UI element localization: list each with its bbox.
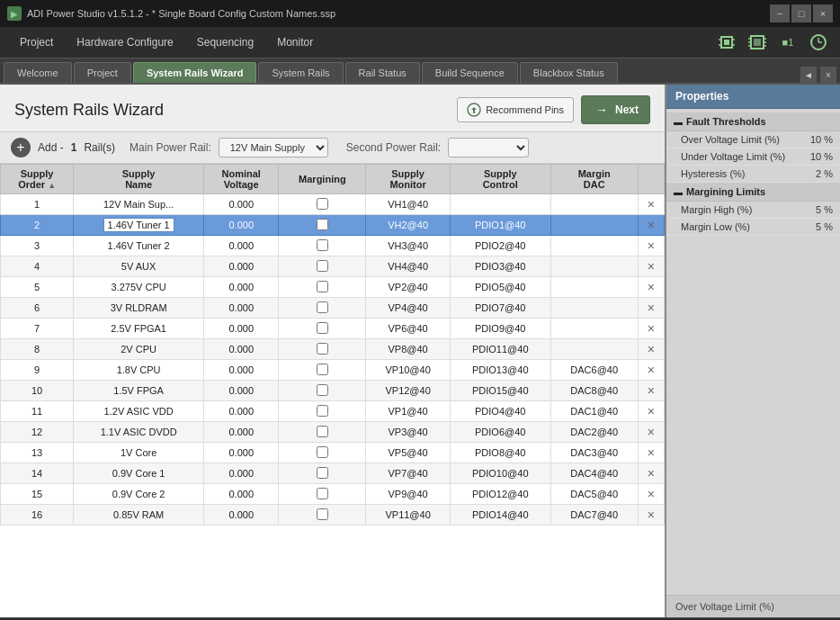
- margining-checkbox[interactable]: [317, 260, 328, 272]
- delete-row-button[interactable]: ×: [644, 259, 658, 274]
- tab-project[interactable]: Project: [74, 62, 131, 83]
- cell-delete[interactable]: ×: [638, 298, 664, 319]
- cell-margining[interactable]: [279, 215, 366, 236]
- table-row[interactable]: 4 5V AUX 0.000 VH4@40 PDIO3@40 ×: [1, 256, 665, 277]
- table-row[interactable]: 16 0.85V RAM 0.000 VP11@40 PDIO14@40 DAC…: [1, 505, 665, 526]
- delete-row-button[interactable]: ×: [644, 321, 658, 336]
- cell-margining[interactable]: [279, 401, 366, 422]
- tab-close-button[interactable]: ×: [820, 67, 836, 83]
- cell-name[interactable]: 1.46V Tuner 1: [74, 215, 204, 236]
- cell-margining[interactable]: [279, 256, 366, 277]
- tab-build-sequence[interactable]: Build Sequence: [422, 62, 518, 83]
- cell-delete[interactable]: ×: [638, 256, 664, 277]
- table-row[interactable]: 13 1V Core 0.000 VP5@40 PDIO8@40 DAC3@40…: [1, 443, 665, 463]
- table-row[interactable]: 1 12V Main Sup... 0.000 VH1@40 ×: [1, 194, 665, 215]
- margining-checkbox[interactable]: [317, 405, 328, 417]
- tab-rail-status[interactable]: Rail Status: [345, 62, 420, 83]
- chip-icon-2[interactable]: [745, 30, 770, 55]
- cell-margining[interactable]: [279, 236, 366, 256]
- table-row[interactable]: 8 2V CPU 0.000 VP8@40 PDIO11@40 ×: [1, 339, 665, 360]
- delete-row-button[interactable]: ×: [644, 197, 658, 211]
- delete-row-button[interactable]: ×: [644, 404, 658, 418]
- table-row[interactable]: 14 0.9V Core 1 0.000 VP7@40 PDIO10@40 DA…: [1, 463, 665, 484]
- table-row[interactable]: 2 1.46V Tuner 1 0.000 VH2@40 PDIO1@40 ×: [1, 215, 665, 236]
- tab-welcome[interactable]: Welcome: [4, 62, 72, 83]
- next-button[interactable]: → Next: [581, 95, 650, 124]
- table-row[interactable]: 9 1.8V CPU 0.000 VP10@40 PDIO13@40 DAC6@…: [1, 360, 665, 381]
- margining-checkbox[interactable]: [317, 219, 328, 230]
- cell-margining[interactable]: [279, 422, 366, 443]
- margining-checkbox[interactable]: [317, 343, 328, 355]
- cell-delete[interactable]: ×: [638, 484, 664, 505]
- maximize-button[interactable]: □: [791, 4, 811, 22]
- cell-delete[interactable]: ×: [638, 422, 664, 443]
- cell-delete[interactable]: ×: [638, 194, 664, 215]
- margining-checkbox[interactable]: [317, 446, 328, 458]
- margining-checkbox[interactable]: [317, 198, 328, 210]
- menu-monitor[interactable]: Monitor: [266, 31, 324, 54]
- table-row[interactable]: 12 1.1V ASIC DVDD 0.000 VP3@40 PDIO6@40 …: [1, 422, 665, 443]
- margining-checkbox[interactable]: [317, 467, 328, 479]
- cell-delete[interactable]: ×: [638, 277, 664, 298]
- delete-row-button[interactable]: ×: [644, 466, 658, 481]
- table-row[interactable]: 11 1.2V ASIC VDD 0.000 VP1@40 PDIO4@40 D…: [1, 401, 665, 422]
- menu-hardware-configure[interactable]: Hardware Configure: [66, 31, 183, 54]
- table-row[interactable]: 6 3V RLDRAM 0.000 VP4@40 PDIO7@40 ×: [1, 298, 665, 319]
- cell-margining[interactable]: [279, 381, 366, 401]
- cell-margining[interactable]: [279, 505, 366, 526]
- tab-blackbox-status[interactable]: Blackbox Status: [520, 62, 618, 83]
- close-button[interactable]: ×: [813, 4, 833, 22]
- cell-delete[interactable]: ×: [638, 319, 664, 339]
- cell-delete[interactable]: ×: [638, 236, 664, 256]
- delete-row-button[interactable]: ×: [644, 218, 658, 232]
- clock-icon[interactable]: [806, 30, 831, 55]
- delete-row-button[interactable]: ×: [644, 425, 658, 439]
- cell-margining[interactable]: [279, 194, 366, 215]
- cell-delete[interactable]: ×: [638, 401, 664, 422]
- margining-checkbox[interactable]: [317, 364, 328, 375]
- margining-checkbox[interactable]: [317, 281, 328, 292]
- table-row[interactable]: 7 2.5V FPGA1 0.000 VP6@40 PDIO9@40 ×: [1, 319, 665, 339]
- main-power-select[interactable]: 12V Main Supply: [219, 138, 328, 157]
- delete-row-button[interactable]: ×: [644, 445, 658, 460]
- recommend-pins-button[interactable]: Recommend Pins: [457, 97, 574, 122]
- delete-row-button[interactable]: ×: [644, 342, 658, 356]
- section-fault-thresholds[interactable]: ▬ Fault Thresholds: [666, 112, 840, 131]
- cell-margining[interactable]: [279, 443, 366, 463]
- tab-system-rails-wizard[interactable]: System Rails Wizard: [133, 62, 257, 83]
- table-row[interactable]: 3 1.46V Tuner 2 0.000 VH3@40 PDIO2@40 ×: [1, 236, 665, 256]
- add-rail-button[interactable]: +: [11, 138, 31, 157]
- section-margining-limits[interactable]: ▬ Margining Limits: [666, 183, 840, 202]
- delete-row-button[interactable]: ×: [644, 238, 658, 253]
- cell-margining[interactable]: [279, 319, 366, 339]
- margining-checkbox[interactable]: [317, 322, 328, 334]
- margining-checkbox[interactable]: [317, 301, 328, 313]
- cell-margining[interactable]: [279, 484, 366, 505]
- tab-back-button[interactable]: ◄: [800, 67, 817, 83]
- tab-system-rails[interactable]: System Rails: [258, 62, 343, 83]
- cell-delete[interactable]: ×: [638, 381, 664, 401]
- minimize-button[interactable]: −: [770, 4, 790, 22]
- delete-row-button[interactable]: ×: [644, 280, 658, 294]
- delete-row-button[interactable]: ×: [644, 363, 658, 377]
- table-row[interactable]: 15 0.9V Core 2 0.000 VP9@40 PDIO12@40 DA…: [1, 484, 665, 505]
- cell-delete[interactable]: ×: [638, 215, 664, 236]
- cell-margining[interactable]: [279, 339, 366, 360]
- cell-margining[interactable]: [279, 277, 366, 298]
- second-power-select[interactable]: [448, 138, 529, 157]
- delete-row-button[interactable]: ×: [644, 508, 658, 522]
- delete-row-button[interactable]: ×: [644, 487, 658, 501]
- margining-checkbox[interactable]: [317, 508, 328, 520]
- cell-margining[interactable]: [279, 463, 366, 484]
- delete-row-button[interactable]: ×: [644, 383, 658, 398]
- cell-delete[interactable]: ×: [638, 463, 664, 484]
- margining-checkbox[interactable]: [317, 488, 328, 499]
- cell-delete[interactable]: ×: [638, 505, 664, 526]
- delete-row-button[interactable]: ×: [644, 301, 658, 315]
- table-row[interactable]: 10 1.5V FPGA 0.000 VP12@40 PDIO15@40 DAC…: [1, 381, 665, 401]
- margining-checkbox[interactable]: [317, 426, 328, 437]
- margining-checkbox[interactable]: [317, 384, 328, 396]
- cell-delete[interactable]: ×: [638, 360, 664, 381]
- chip-icon-1[interactable]: [714, 30, 739, 55]
- menu-sequencing[interactable]: Sequencing: [186, 31, 264, 54]
